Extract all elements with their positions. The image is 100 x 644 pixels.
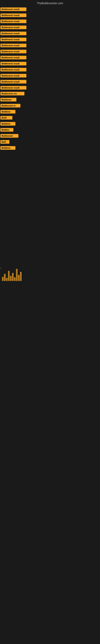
bottleneck-row-4: Bottleneck result	[0, 24, 100, 30]
bottleneck-label-14[interactable]: Bottleneck result	[0, 86, 26, 90]
bottleneck-row-11: Bottleneck result	[0, 67, 100, 73]
bottleneck-label-7[interactable]: Bottleneck result	[0, 44, 26, 47]
bottleneck-label-4[interactable]: Bottleneck result	[0, 26, 26, 29]
bottleneck-label-1[interactable]: Bottleneck result	[0, 8, 26, 11]
bottleneck-label-18[interactable]: Bottlene	[0, 110, 15, 114]
bottleneck-label-9[interactable]: Bottleneck result	[0, 56, 26, 59]
items-container: Bottleneck resultBottleneck resultBottle…	[0, 6, 100, 152]
bottleneck-row-16: Bottlenec	[0, 97, 100, 103]
bottleneck-label-24[interactable]: Bottlene	[0, 146, 15, 150]
chart-bar	[10, 276, 12, 281]
bottleneck-row-8: Bottleneck result	[0, 49, 100, 55]
bottleneck-row-7: Bottleneck result	[0, 43, 100, 49]
bottleneck-label-11[interactable]: Bottleneck result	[0, 68, 26, 72]
bottleneck-label-20[interactable]: Bottlene	[0, 122, 15, 126]
bottom-spacer	[0, 281, 100, 442]
chart-bars	[0, 200, 100, 281]
bottleneck-label-23[interactable]: Bott	[0, 140, 9, 144]
chart-bar	[14, 277, 16, 281]
bottleneck-row-2: Bottleneck result	[0, 12, 100, 18]
bottleneck-row-5: Bottleneck result	[0, 30, 100, 37]
bottleneck-label-21[interactable]: Bottlen	[0, 128, 13, 132]
bottleneck-label-12[interactable]: Bottleneck result	[0, 74, 26, 78]
bottleneck-label-10[interactable]: Bottleneck result	[0, 62, 26, 66]
chart-bar	[4, 274, 6, 281]
bottleneck-row-22: Bottleneck	[0, 133, 100, 139]
bottleneck-label-19[interactable]: Bottl	[0, 116, 12, 120]
bottleneck-row-10: Bottleneck result	[0, 61, 100, 67]
bottleneck-label-22[interactable]: Bottleneck	[0, 134, 18, 138]
bottleneck-row-17: Bottleneck re	[0, 103, 100, 109]
chart-bar	[12, 273, 14, 281]
site-header: TheBottlenecker.com	[0, 0, 100, 6]
bottleneck-label-16[interactable]: Bottlenec	[0, 98, 16, 102]
bottleneck-row-13: Bottleneck result	[0, 79, 100, 85]
chart-bar	[18, 275, 20, 281]
bottleneck-label-2[interactable]: Bottleneck result	[0, 14, 26, 17]
bottleneck-row-24: Bottlene	[0, 145, 100, 151]
chart-bar	[6, 278, 8, 281]
bottleneck-row-21: Bottlen	[0, 127, 100, 133]
chart-bar	[20, 272, 22, 281]
bottleneck-label-5[interactable]: Bottleneck result	[0, 32, 26, 35]
bottleneck-row-3: Bottleneck result	[0, 18, 100, 24]
bottleneck-label-15[interactable]: Bottleneck res	[0, 92, 24, 96]
bottleneck-row-20: Bottlene	[0, 121, 100, 127]
bottleneck-row-15: Bottleneck res	[0, 91, 100, 97]
bottleneck-row-14: Bottleneck result	[0, 85, 100, 91]
bottleneck-row-6: Bottleneck result	[0, 37, 100, 43]
site-title: TheBottlenecker.com	[37, 2, 63, 5]
bottleneck-row-12: Bottleneck result	[0, 73, 100, 79]
bottleneck-row-9: Bottleneck result	[0, 55, 100, 61]
bottleneck-label-6[interactable]: Bottleneck result	[0, 38, 26, 41]
bottleneck-row-23: Bott	[0, 139, 100, 145]
bottleneck-row-18: Bottlene	[0, 109, 100, 115]
chart-bar	[8, 271, 10, 281]
bottleneck-label-3[interactable]: Bottleneck result	[0, 20, 26, 23]
chart-area: 0	[0, 160, 100, 281]
bottleneck-row-1: Bottleneck result	[0, 6, 100, 12]
bottleneck-label-17[interactable]: Bottleneck re	[0, 104, 20, 108]
bottleneck-label-8[interactable]: Bottleneck result	[0, 50, 26, 53]
bottleneck-row-19: Bottl	[0, 115, 100, 121]
spacer-1	[0, 152, 100, 160]
chart-bar	[16, 269, 18, 281]
bottleneck-label-13[interactable]: Bottleneck result	[0, 80, 26, 84]
chart-bar	[2, 277, 3, 281]
